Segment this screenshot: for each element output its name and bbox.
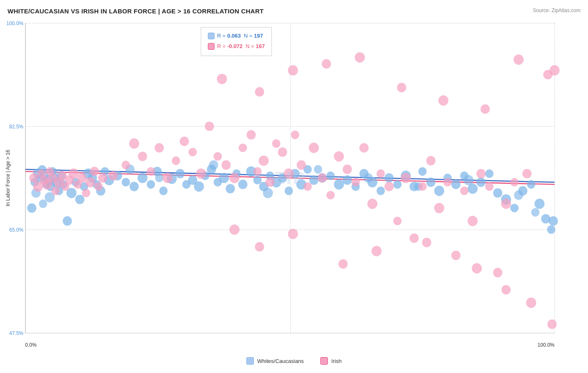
svg-point-84 xyxy=(534,199,545,209)
svg-point-154 xyxy=(367,199,377,209)
svg-point-136 xyxy=(239,143,247,152)
svg-point-143 xyxy=(284,169,294,179)
svg-point-127 xyxy=(163,173,173,183)
svg-point-148 xyxy=(317,173,327,183)
svg-point-72 xyxy=(434,186,444,196)
svg-point-30 xyxy=(130,182,139,192)
svg-point-98 xyxy=(463,175,473,185)
bottom-swatch-irish xyxy=(320,357,328,365)
svg-point-151 xyxy=(343,165,352,174)
svg-point-164 xyxy=(451,250,460,260)
svg-point-53 xyxy=(285,186,293,195)
svg-point-150 xyxy=(334,151,344,162)
svg-point-94 xyxy=(263,188,273,198)
svg-point-165 xyxy=(460,186,468,195)
y-label-47: 47.5% xyxy=(9,330,23,336)
svg-point-34 xyxy=(159,186,168,195)
svg-point-139 xyxy=(259,156,269,166)
svg-point-93 xyxy=(209,160,218,170)
svg-point-168 xyxy=(485,182,493,191)
svg-point-162 xyxy=(434,203,444,213)
svg-point-124 xyxy=(138,152,147,161)
svg-point-179 xyxy=(438,95,448,106)
svg-point-59 xyxy=(326,171,335,180)
svg-point-130 xyxy=(189,148,197,156)
source-label: Source: ZipAtlas.com xyxy=(533,8,580,13)
svg-point-43 xyxy=(219,173,229,183)
legend-r-blue: R = 0.063 N = 197 xyxy=(217,31,263,41)
chart-area: 100.0% 82.5% 65.0% 47.5% ZIP xyxy=(25,23,555,333)
svg-point-134 xyxy=(222,160,231,170)
legend-row-pink: R = -0.072 N = 167 xyxy=(208,41,265,51)
svg-point-186 xyxy=(288,229,298,239)
chart-container: WHITE/CAUCASIAN VS IRISH IN LABOR FORCE … xyxy=(0,0,588,373)
svg-point-185 xyxy=(255,242,264,252)
svg-point-156 xyxy=(384,182,394,192)
svg-point-135 xyxy=(230,173,240,183)
x-label-100: 100.0% xyxy=(537,342,555,348)
svg-point-66 xyxy=(384,173,394,183)
svg-point-117 xyxy=(85,177,95,187)
svg-point-131 xyxy=(196,169,206,179)
svg-point-48 xyxy=(253,176,262,184)
x-label-0: 0.0% xyxy=(25,342,36,348)
svg-point-99 xyxy=(514,190,523,200)
svg-point-70 xyxy=(418,167,427,176)
svg-point-158 xyxy=(401,173,411,183)
svg-point-193 xyxy=(547,319,557,329)
svg-point-39 xyxy=(194,181,204,192)
svg-point-44 xyxy=(226,184,235,194)
y-axis-title: In Labor Force | Age > 16 xyxy=(4,23,12,333)
svg-point-77 xyxy=(476,177,486,187)
svg-point-184 xyxy=(230,225,240,235)
svg-point-149 xyxy=(326,191,335,199)
scatter-plot xyxy=(26,23,555,333)
bottom-swatch-whites xyxy=(246,357,254,365)
svg-point-176 xyxy=(322,59,331,69)
svg-point-140 xyxy=(266,177,275,187)
svg-point-61 xyxy=(343,175,352,185)
svg-point-86 xyxy=(547,225,555,234)
svg-point-173 xyxy=(217,74,227,84)
legend-swatch-pink xyxy=(208,43,215,50)
svg-point-189 xyxy=(422,238,431,248)
svg-point-17 xyxy=(63,216,72,226)
svg-point-95 xyxy=(314,165,322,174)
svg-point-120 xyxy=(98,173,107,183)
svg-point-166 xyxy=(468,216,478,226)
svg-point-71 xyxy=(426,177,435,187)
svg-point-81 xyxy=(510,204,519,212)
y-label-82: 82.5% xyxy=(9,124,23,130)
bottom-label-irish: Irish xyxy=(331,358,342,364)
svg-point-133 xyxy=(214,152,222,161)
svg-point-65 xyxy=(376,186,385,195)
svg-point-129 xyxy=(180,137,189,146)
svg-point-167 xyxy=(476,169,486,179)
svg-point-36 xyxy=(176,169,185,179)
svg-point-157 xyxy=(393,217,401,225)
svg-point-57 xyxy=(309,175,318,185)
y-label-100: 100.0% xyxy=(6,20,23,26)
svg-point-147 xyxy=(309,143,319,153)
svg-point-171 xyxy=(510,178,519,187)
svg-point-20 xyxy=(75,195,84,204)
svg-point-60 xyxy=(334,179,344,190)
svg-point-96 xyxy=(363,173,373,183)
svg-point-29 xyxy=(122,178,130,187)
legend-swatch-blue xyxy=(208,33,215,39)
svg-point-74 xyxy=(451,180,460,189)
svg-point-115 xyxy=(77,173,87,183)
svg-point-137 xyxy=(247,130,256,140)
svg-point-126 xyxy=(155,143,164,153)
svg-point-175 xyxy=(288,65,298,76)
svg-point-190 xyxy=(472,263,482,273)
svg-point-83 xyxy=(527,180,535,189)
svg-point-178 xyxy=(397,83,406,92)
svg-point-145 xyxy=(297,160,306,170)
legend-r-pink: R = -0.072 N = 167 xyxy=(217,41,265,51)
svg-point-101 xyxy=(29,173,38,183)
svg-point-79 xyxy=(493,188,502,198)
svg-point-187 xyxy=(338,259,348,269)
svg-point-108 xyxy=(51,186,60,195)
svg-point-144 xyxy=(291,130,299,139)
